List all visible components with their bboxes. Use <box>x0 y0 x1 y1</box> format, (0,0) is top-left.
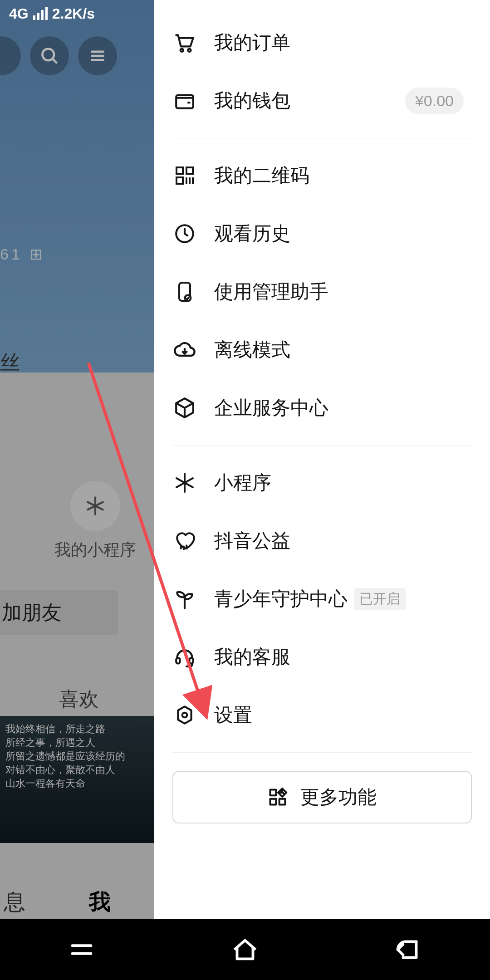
menu-label: 我的二维码 <box>214 163 464 188</box>
menu-item-enterprise[interactable]: 企业服务中心 <box>154 379 490 437</box>
nav-recent-icon[interactable] <box>66 934 98 965</box>
headset-icon <box>172 645 197 669</box>
wallet-icon <box>172 88 197 113</box>
menu-label: 我的客服 <box>214 644 464 670</box>
divider <box>172 138 472 138</box>
cube-icon <box>172 396 197 420</box>
bg-button-partial <box>0 36 21 75</box>
menu-item-helper[interactable]: 使用管理助手 <box>154 263 490 321</box>
network-type: 4G <box>9 5 29 22</box>
cloud-download-icon <box>172 338 197 362</box>
fans-label-fragment: 丝 <box>0 349 20 376</box>
svg-rect-12 <box>186 167 193 174</box>
menu-label: 观看历史 <box>214 221 464 246</box>
menu-label: 小程序 <box>214 470 464 495</box>
svg-rect-24 <box>270 799 276 805</box>
menu-label: 抖音公益 <box>214 528 464 554</box>
svg-rect-23 <box>270 790 276 796</box>
menu-label: 我的订单 <box>214 30 464 55</box>
menu-item-miniprogram[interactable]: 小程序 <box>154 454 490 512</box>
menu-item-service[interactable]: 我的客服 <box>154 628 490 686</box>
more-functions-button[interactable]: 更多功能 <box>172 771 472 823</box>
menu-label: 青少年守护中心 <box>214 586 348 612</box>
youth-enabled-badge: 已开启 <box>354 588 406 610</box>
menu-label: 使用管理助手 <box>214 279 464 304</box>
tab-messages-fragment[interactable]: 息 <box>4 887 25 916</box>
svg-rect-25 <box>279 799 285 805</box>
menu-item-wallet[interactable]: 我的钱包 ¥0.00 <box>154 72 490 130</box>
profile-stat-fragment: 61 <box>0 245 23 263</box>
svg-rect-20 <box>176 658 180 664</box>
menu-item-charity[interactable]: 抖音公益 <box>154 512 490 570</box>
svg-point-9 <box>188 49 191 52</box>
search-button[interactable] <box>30 36 69 75</box>
bg-miniprogram-label: 我的小程序 <box>54 539 136 561</box>
signal-icon <box>33 7 48 20</box>
menu-label: 我的钱包 <box>214 88 405 113</box>
svg-rect-13 <box>176 177 183 184</box>
menu-item-offline[interactable]: 离线模式 <box>154 321 490 379</box>
menu-label: 离线模式 <box>214 337 464 363</box>
menu-button[interactable] <box>78 36 117 75</box>
bg-miniprogram[interactable]: 我的小程序 <box>54 481 136 561</box>
tab-likes[interactable]: 喜欢 <box>59 686 99 713</box>
android-nav-bar <box>0 919 490 980</box>
tab-me[interactable]: 我 <box>89 887 111 916</box>
menu-item-history[interactable]: 观看历史 <box>154 205 490 263</box>
menu-label: 企业服务中心 <box>214 395 464 421</box>
nav-back-icon[interactable] <box>392 934 424 965</box>
svg-point-22 <box>182 713 187 717</box>
heart-icon <box>172 529 197 553</box>
svg-point-8 <box>181 49 183 52</box>
menu-item-youth[interactable]: 青少年守护中心 已开启 <box>154 570 490 628</box>
sprout-icon <box>172 587 197 611</box>
status-bar: 4G 2.2K/s <box>0 0 490 27</box>
clock-icon <box>172 221 197 246</box>
settings-icon <box>172 703 197 727</box>
svg-point-0 <box>42 49 54 60</box>
wallet-balance: ¥0.00 <box>405 88 464 114</box>
svg-rect-11 <box>176 167 183 174</box>
menu-item-qrcode[interactable]: 我的二维码 <box>154 147 490 205</box>
spark-icon <box>172 470 197 495</box>
divider <box>172 445 472 446</box>
side-drawer: 我的订单 我的钱包 ¥0.00 我的二维码 观看历史 <box>154 0 490 921</box>
menu-item-settings[interactable]: 设置 <box>154 686 490 744</box>
menu-label: 设置 <box>214 702 464 728</box>
svg-line-1 <box>53 59 57 64</box>
nav-home-icon[interactable] <box>229 934 261 965</box>
add-friend-button[interactable]: 加朋友 <box>0 590 118 635</box>
phone-check-icon <box>172 279 197 304</box>
grid-plus-icon <box>268 787 288 807</box>
video-tile[interactable]: 我始终相信，所走之路 所经之事，所遇之人 所留之遗憾都是应该经历的 对错不由心，… <box>0 716 154 843</box>
divider <box>172 752 472 753</box>
network-speed: 2.2K/s <box>52 5 95 22</box>
cart-icon <box>172 30 197 55</box>
qrcode-icon <box>172 163 197 188</box>
more-functions-label: 更多功能 <box>300 784 377 810</box>
